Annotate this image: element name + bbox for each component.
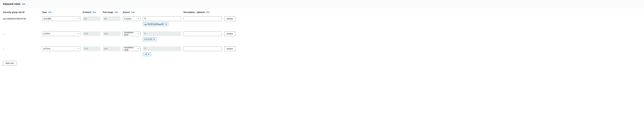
delete-button[interactable]: Delete xyxy=(224,32,236,36)
col-header-description-info[interactable]: Info xyxy=(206,11,210,13)
source-search-input[interactable] xyxy=(143,16,181,21)
svg-line-5 xyxy=(146,34,146,34)
table-row: – HTTPS TCP 443 Anywhere-IPv4 xyxy=(3,30,641,45)
table-row: sgr-0a68a9e9768329780 All traffic All Al… xyxy=(3,15,641,30)
svg-line-1 xyxy=(146,19,146,20)
rule-id-text: – xyxy=(3,32,40,35)
protocol-field: TCP xyxy=(83,46,100,51)
column-headers-row: Security group rule ID Type Info Protoco… xyxy=(3,10,641,15)
close-icon[interactable] xyxy=(165,23,167,25)
col-header-port-range-info[interactable]: Info xyxy=(114,11,118,13)
header-info-link[interactable]: Info xyxy=(22,3,26,5)
source-token-label: sg-0328f1fa28faaaf22 xyxy=(144,23,164,25)
col-header-rule-id: Security group rule ID xyxy=(3,11,40,14)
col-header-description: Description - optional Info xyxy=(184,11,222,14)
source-type-select-value: Anywhere-IPv6 xyxy=(124,46,136,51)
source-type-select[interactable]: Custom xyxy=(123,16,140,21)
source-token: 0.0.0.0/0 xyxy=(143,37,156,41)
protocol-field: All xyxy=(83,16,100,21)
page-title: Inbound rules xyxy=(3,2,20,6)
type-select-value: All traffic xyxy=(44,18,51,20)
rules-table: Security group rule ID Type Info Protoco… xyxy=(0,8,644,68)
svg-point-0 xyxy=(144,18,146,19)
search-icon xyxy=(144,48,146,50)
rule-id-text: sgr-0a68a9e9768329780 xyxy=(3,16,40,20)
source-type-select[interactable]: Anywhere-IPv6 xyxy=(123,46,140,51)
col-header-type: Type Info xyxy=(42,11,80,14)
source-search-input xyxy=(143,46,181,51)
type-select[interactable]: HTTPS xyxy=(42,46,80,51)
type-select[interactable]: All traffic xyxy=(42,16,80,21)
svg-point-8 xyxy=(144,48,146,49)
col-header-protocol-label: Protocol xyxy=(83,11,91,14)
col-header-type-info[interactable]: Info xyxy=(48,11,52,13)
description-input[interactable] xyxy=(184,32,222,36)
col-header-protocol: Protocol Info xyxy=(83,11,100,14)
source-token-label: 0.0.0.0/0 xyxy=(144,38,152,40)
svg-point-4 xyxy=(144,33,146,34)
search-icon xyxy=(144,18,146,20)
port-range-field: All xyxy=(103,16,120,21)
source-search-input xyxy=(143,32,181,36)
close-icon[interactable] xyxy=(148,53,150,55)
col-header-port-range-label: Port range xyxy=(103,11,113,14)
source-type-select-value: Anywhere-IPv4 xyxy=(124,32,136,36)
col-header-rule-id-label: Security group rule ID xyxy=(3,11,24,14)
source-token: ::/0 xyxy=(143,52,151,56)
close-icon[interactable] xyxy=(153,38,155,40)
col-header-type-label: Type xyxy=(42,11,47,14)
col-header-source-info[interactable]: Info xyxy=(131,11,134,13)
col-header-description-label: Description - optional xyxy=(184,11,205,14)
add-rule-button[interactable]: Add rule xyxy=(3,61,16,66)
type-select-value: HTTPS xyxy=(44,48,50,50)
source-token-label: ::/0 xyxy=(144,53,147,56)
svg-line-9 xyxy=(146,49,146,50)
source-type-select[interactable]: Anywhere-IPv4 xyxy=(123,32,140,36)
col-header-source: Source Info xyxy=(123,11,140,14)
col-header-port-range: Port range Info xyxy=(103,11,120,14)
col-header-source-label: Source xyxy=(123,11,130,14)
delete-button[interactable]: Delete xyxy=(224,16,236,21)
table-row: – HTTPS TCP 443 Anywhere-IPv6 xyxy=(3,45,641,60)
source-token: sg-0328f1fa28faaaf22 xyxy=(143,22,168,26)
inbound-rules-header: Inbound rules Info xyxy=(0,0,644,8)
delete-button[interactable]: Delete xyxy=(224,46,236,51)
rule-id-text: – xyxy=(3,46,40,50)
source-type-select-value: Custom xyxy=(124,18,131,20)
type-select-value: HTTPS xyxy=(44,32,50,35)
type-select[interactable]: HTTPS xyxy=(42,32,80,36)
port-range-field: 443 xyxy=(103,32,120,36)
protocol-field: TCP xyxy=(83,32,100,36)
description-input[interactable] xyxy=(184,16,222,21)
search-icon xyxy=(144,32,146,35)
col-header-protocol-info[interactable]: Info xyxy=(93,11,96,13)
description-input[interactable] xyxy=(184,46,222,51)
port-range-field: 443 xyxy=(103,46,120,51)
